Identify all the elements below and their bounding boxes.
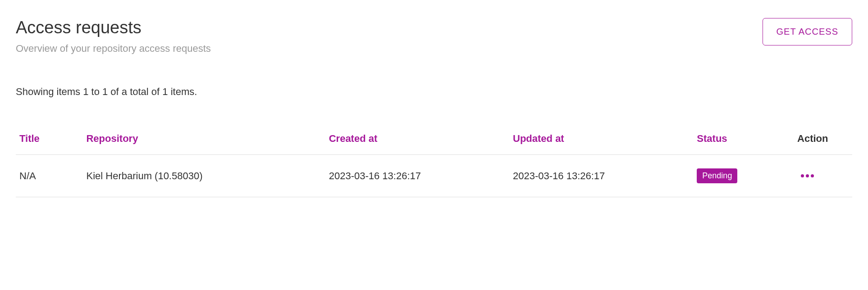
page-subtitle: Overview of your repository access reque… — [16, 43, 211, 54]
status-badge: Pending — [697, 168, 737, 183]
table-header-row: Title Repository Created at Updated at S… — [16, 125, 852, 155]
column-header-created-at[interactable]: Created at — [325, 125, 509, 155]
column-header-status[interactable]: Status — [693, 125, 794, 155]
more-icon — [811, 174, 814, 177]
cell-status: Pending — [693, 155, 794, 197]
column-header-repository[interactable]: Repository — [82, 125, 325, 155]
column-header-updated-at[interactable]: Updated at — [509, 125, 693, 155]
cell-title: N/A — [16, 155, 82, 197]
row-action-button[interactable] — [797, 171, 818, 181]
access-requests-table: Title Repository Created at Updated at S… — [16, 125, 852, 197]
table-row: N/A Kiel Herbarium (10.58030) 2023-03-16… — [16, 155, 852, 197]
cell-created-at: 2023-03-16 13:26:17 — [325, 155, 509, 197]
column-header-title[interactable]: Title — [16, 125, 82, 155]
more-icon — [806, 174, 809, 177]
cell-repository: Kiel Herbarium (10.58030) — [82, 155, 325, 197]
page-header: Access requests Overview of your reposit… — [16, 18, 852, 54]
column-header-action: Action — [794, 125, 852, 155]
cell-action — [794, 155, 852, 197]
header-left: Access requests Overview of your reposit… — [16, 18, 211, 54]
get-access-button[interactable]: GET ACCESS — [763, 18, 852, 45]
more-icon — [801, 174, 804, 177]
showing-items-text: Showing items 1 to 1 of a total of 1 ite… — [16, 86, 852, 98]
cell-updated-at: 2023-03-16 13:26:17 — [509, 155, 693, 197]
page-title: Access requests — [16, 18, 211, 37]
